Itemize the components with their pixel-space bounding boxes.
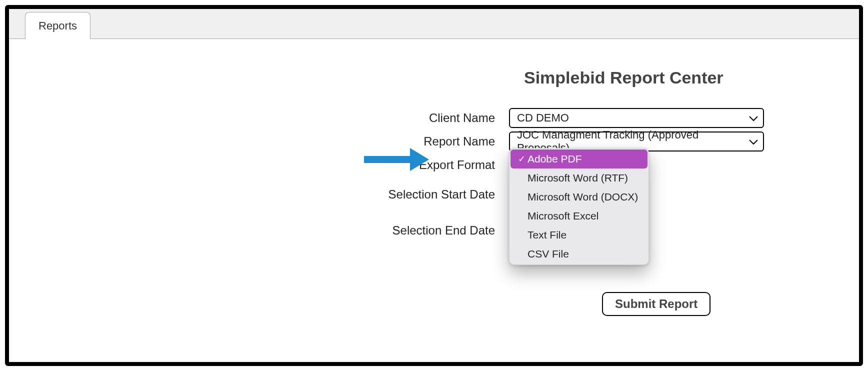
format-option-label: Microsoft Excel <box>528 210 598 222</box>
report-name-label: Report Name <box>9 134 509 148</box>
format-option-text[interactable]: Text File <box>510 226 648 244</box>
client-name-value: CD DEMO <box>517 112 569 124</box>
tab-label: Reports <box>38 20 77 32</box>
client-name-label: Client Name <box>9 111 509 125</box>
tab-bar: Reports <box>9 9 859 39</box>
format-option-word-docx[interactable]: Microsoft Word (DOCX) <box>510 188 648 206</box>
format-option-label: CSV File <box>528 248 569 260</box>
app-window: Reports Simplebid Report Center Client N… <box>5 5 863 366</box>
start-date-label: Selection Start Date <box>9 188 509 202</box>
format-option-excel[interactable]: Microsoft Excel <box>510 206 648 226</box>
client-name-select[interactable]: CD DEMO <box>509 108 764 128</box>
page-title: Simplebid Report Center <box>524 68 724 88</box>
export-format-label: Export Format <box>9 158 509 172</box>
row-report: Report Name JOC Managment Tracking (Appr… <box>9 130 859 152</box>
content-area: Simplebid Report Center Client Name CD D… <box>9 39 859 362</box>
row-start: Selection Start Date <box>9 177 859 212</box>
format-option-label: Adobe PDF <box>528 153 582 165</box>
submit-report-button[interactable]: Submit Report <box>602 292 710 316</box>
format-option-csv[interactable]: CSV File <box>510 244 648 264</box>
row-end: Selection End Date <box>9 213 859 248</box>
submit-area: Submit Report <box>602 292 710 316</box>
chevron-down-icon <box>749 135 758 148</box>
end-date-label: Selection End Date <box>9 224 509 238</box>
format-option-word-rtf[interactable]: Microsoft Word (RTF) <box>510 168 648 188</box>
tab-reports[interactable]: Reports <box>25 12 90 40</box>
row-format: Export Format <box>9 154 859 176</box>
export-format-dropdown[interactable]: ✓ Adobe PDF Microsoft Word (RTF) Microso… <box>509 148 649 265</box>
chevron-down-icon <box>749 112 758 124</box>
row-client: Client Name CD DEMO <box>9 106 859 129</box>
format-option-label: Microsoft Word (RTF) <box>528 172 628 184</box>
check-icon: ✓ <box>516 154 528 164</box>
format-option-label: Microsoft Word (DOCX) <box>528 191 638 203</box>
format-option-adobe-pdf[interactable]: ✓ Adobe PDF <box>510 150 648 168</box>
format-option-label: Text File <box>528 229 566 241</box>
report-form: Client Name CD DEMO Report Name JOC Mana… <box>9 106 859 249</box>
submit-label: Submit Report <box>615 297 698 310</box>
